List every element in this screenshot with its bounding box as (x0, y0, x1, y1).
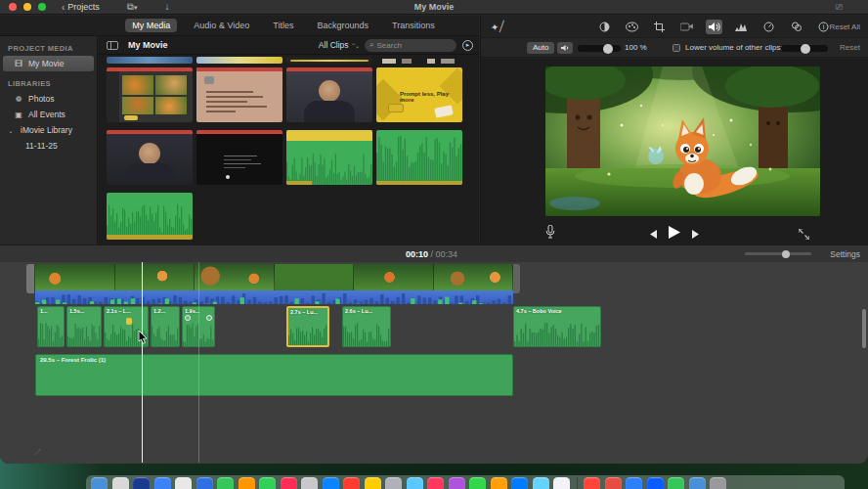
tab-backgrounds[interactable]: Backgrounds (310, 19, 375, 32)
dock-app-icon[interactable] (154, 477, 171, 489)
sidebar-item-my-movie[interactable]: 🎞My Movie (3, 56, 94, 71)
video-audio-waveform[interactable] (35, 290, 513, 304)
dock-app-icon[interactable] (343, 477, 360, 489)
voiceover-mic-icon[interactable] (545, 225, 555, 243)
timeline-vertical-scrollbar[interactable] (862, 309, 866, 348)
dock-app-icon[interactable] (533, 477, 549, 489)
clip-trim-handle-left[interactable] (26, 264, 34, 293)
stabilization-icon[interactable] (678, 20, 695, 34)
media-thumb-audio-2[interactable] (376, 130, 462, 185)
background-music-clip[interactable]: 29.5s – Forest Frolic (1) (35, 354, 513, 396)
zoom-window-button[interactable] (38, 3, 46, 11)
dock-app-icon[interactable] (668, 477, 684, 489)
dock-app-icon[interactable] (385, 477, 402, 489)
playhead[interactable] (142, 262, 143, 463)
sidebar-toggle-icon[interactable] (107, 41, 118, 50)
crop-icon[interactable] (651, 20, 668, 34)
sidebar-item-all-events[interactable]: ▣All Events (0, 107, 97, 122)
dock-app-icon[interactable] (175, 477, 192, 489)
timeline-zoom-knob[interactable] (782, 250, 790, 258)
lower-volume-slider[interactable] (781, 45, 828, 52)
display-icon[interactable]: ⎚ (836, 2, 843, 13)
media-thumb-partial[interactable] (196, 57, 282, 64)
media-thumb-audio-3[interactable] (107, 193, 193, 240)
clip-filter-icon[interactable] (788, 20, 804, 34)
next-frame-button[interactable] (692, 225, 702, 243)
dock-app-icon[interactable] (689, 477, 706, 489)
dock-app-icon[interactable] (511, 477, 528, 489)
dock-app-icon[interactable] (584, 477, 600, 489)
dock-app-icon[interactable] (259, 477, 276, 489)
media-thumb-partial[interactable] (376, 57, 462, 64)
dock-app-icon[interactable] (407, 477, 423, 489)
tab-my-media[interactable]: My Media (125, 19, 177, 32)
media-thumb-slide[interactable]: Prompt less, Play more (376, 67, 462, 122)
audio-clip-selected[interactable]: 2.7s – Lu... (286, 306, 329, 347)
magic-wand-icon[interactable]: ✦╱ (490, 21, 505, 33)
fade-handle-icon[interactable] (206, 315, 212, 321)
auto-volume-button[interactable]: Auto (527, 42, 554, 54)
sidebar-item-photos[interactable]: ❁Photos (0, 91, 97, 107)
volume-icon[interactable] (706, 20, 722, 34)
mute-button[interactable] (557, 42, 573, 54)
noise-equalizer-icon[interactable] (733, 20, 750, 34)
media-thumb-partial[interactable] (286, 57, 372, 64)
speed-icon[interactable] (760, 20, 777, 34)
sidebar-item-event-date[interactable]: 11-11-25 (0, 138, 97, 154)
media-thumb-audio-1[interactable] (286, 130, 372, 185)
download-arrow-icon[interactable]: ↓ (165, 2, 170, 12)
play-button[interactable] (669, 225, 680, 243)
dock-app-icon[interactable] (365, 477, 381, 489)
dock-app-icon[interactable] (553, 477, 570, 489)
audio-clip[interactable]: 2.6s – Lu... (342, 306, 391, 347)
dock-app-icon[interactable] (449, 477, 465, 489)
timeline-zoom-slider[interactable] (745, 252, 811, 255)
tab-audio-video[interactable]: Audio & Video (187, 19, 256, 32)
lower-volume-knob[interactable] (801, 44, 810, 54)
dock-app-icon[interactable] (605, 477, 622, 489)
dock-app-icon[interactable] (112, 477, 129, 489)
dock-app-icon[interactable] (469, 477, 486, 489)
search-input[interactable]: ⌕Search (365, 39, 456, 52)
volume-slider[interactable] (578, 45, 621, 52)
dock-app-icon[interactable] (323, 477, 339, 489)
timeline[interactable]: 1... 1.5s... 2.1s – L... 1.2... 1.9s... … (0, 262, 868, 464)
import-media-icon[interactable]: ⧉▾ (127, 2, 138, 13)
dock-app-icon[interactable] (647, 477, 664, 489)
audio-clip[interactable]: 4.7s – Bobo Voice (513, 306, 601, 347)
audio-clip[interactable]: 1... (37, 306, 65, 347)
dock-app-icon[interactable] (91, 477, 108, 489)
media-thumb-partial[interactable] (107, 57, 193, 64)
reset-button[interactable]: Reset (840, 43, 860, 52)
dock-app-icon[interactable] (217, 477, 234, 489)
dock-app-icon[interactable] (626, 477, 642, 489)
media-thumb-screen-recording[interactable] (196, 130, 282, 185)
media-thumb-presenter[interactable] (286, 67, 372, 122)
reset-all-button[interactable]: Reset All (829, 22, 860, 31)
beat-marker-icon[interactable] (126, 318, 132, 325)
all-clips-filter[interactable]: All Clips ⌃⌄ (319, 40, 359, 50)
preview-video[interactable] (545, 67, 820, 216)
circled-arrow-icon[interactable]: ▸ (462, 40, 473, 51)
media-thumb-presenter-2[interactable] (107, 130, 193, 185)
color-correction-icon[interactable] (624, 20, 640, 34)
color-balance-icon[interactable] (596, 20, 613, 34)
tab-titles[interactable]: Titles (266, 19, 300, 32)
dock-app-icon[interactable] (301, 477, 318, 489)
fullscreen-icon[interactable] (799, 226, 809, 244)
dock-app-icon[interactable] (196, 477, 213, 489)
close-window-button[interactable] (9, 3, 17, 11)
video-clip-filmstrip[interactable] (35, 264, 513, 290)
lower-volume-checkbox[interactable] (673, 44, 680, 52)
dock-app-icon[interactable] (491, 477, 507, 489)
fade-handle-icon[interactable] (185, 315, 191, 321)
media-thumb-photo-grid[interactable] (107, 67, 193, 122)
clip-trim-handle-right[interactable] (513, 264, 520, 293)
settings-button[interactable]: Settings (830, 249, 860, 259)
dock-app-icon[interactable] (710, 477, 726, 489)
sidebar-item-imovie-library[interactable]: ⌄iMovie Library (0, 122, 97, 138)
dock-app-icon[interactable] (133, 477, 150, 489)
media-thumb-document[interactable] (196, 67, 282, 122)
previous-frame-button[interactable] (647, 225, 657, 243)
audio-clip[interactable]: 1.2... (151, 306, 180, 347)
